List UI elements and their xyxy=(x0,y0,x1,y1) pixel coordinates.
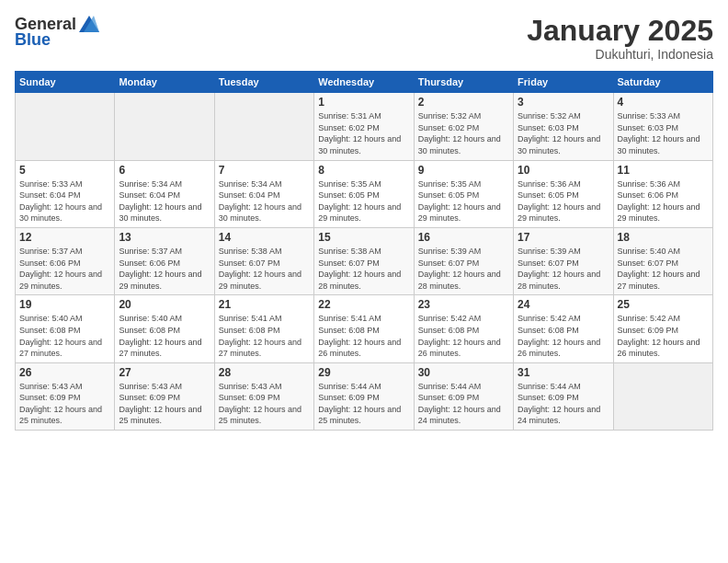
sunset-text: Sunset: 6:07 PM xyxy=(518,258,609,270)
day-info: Sunrise: 5:42 AMSunset: 6:09 PMDaylight:… xyxy=(618,313,709,359)
sunrise-text: Sunrise: 5:43 AM xyxy=(119,381,210,393)
daylight-text: Daylight: 12 hours and 26 minutes. xyxy=(618,337,709,360)
day-info: Sunrise: 5:42 AMSunset: 6:08 PMDaylight:… xyxy=(518,313,609,359)
sunrise-text: Sunrise: 5:44 AM xyxy=(418,381,509,393)
sunrise-text: Sunrise: 5:38 AM xyxy=(318,246,409,258)
day-number: 21 xyxy=(219,298,310,311)
sunset-text: Sunset: 6:09 PM xyxy=(618,325,709,337)
table-row: 31Sunrise: 5:44 AMSunset: 6:09 PMDayligh… xyxy=(514,362,613,430)
day-info: Sunrise: 5:36 AMSunset: 6:05 PMDaylight:… xyxy=(518,178,609,224)
sunrise-text: Sunrise: 5:35 AM xyxy=(418,178,509,190)
sunset-text: Sunset: 6:08 PM xyxy=(418,325,509,337)
day-number: 20 xyxy=(119,298,210,311)
header-monday: Monday xyxy=(115,72,214,93)
table-row: 23Sunrise: 5:42 AMSunset: 6:08 PMDayligh… xyxy=(414,295,513,362)
sunset-text: Sunset: 6:08 PM xyxy=(219,325,310,337)
day-number: 5 xyxy=(19,164,110,177)
sunset-text: Sunset: 6:08 PM xyxy=(318,325,409,337)
calendar-title: January 2025 xyxy=(527,15,713,47)
table-row: 26Sunrise: 5:43 AMSunset: 6:09 PMDayligh… xyxy=(16,362,115,430)
daylight-text: Daylight: 12 hours and 30 minutes. xyxy=(518,133,609,156)
sunset-text: Sunset: 6:05 PM xyxy=(318,190,409,201)
table-row: 18Sunrise: 5:40 AMSunset: 6:07 PMDayligh… xyxy=(613,227,712,294)
header-saturday: Saturday xyxy=(613,72,712,93)
daylight-text: Daylight: 12 hours and 30 minutes. xyxy=(318,133,409,156)
table-row: 28Sunrise: 5:43 AMSunset: 6:09 PMDayligh… xyxy=(214,362,313,430)
sunrise-text: Sunrise: 5:33 AM xyxy=(19,178,110,190)
sunrise-text: Sunrise: 5:42 AM xyxy=(618,313,709,325)
day-number: 27 xyxy=(119,366,210,379)
day-number: 11 xyxy=(618,164,709,177)
table-row: 9Sunrise: 5:35 AMSunset: 6:05 PMDaylight… xyxy=(414,160,513,227)
table-row: 11Sunrise: 5:36 AMSunset: 6:06 PMDayligh… xyxy=(613,160,712,227)
daylight-text: Daylight: 12 hours and 27 minutes. xyxy=(618,269,709,292)
table-row xyxy=(16,93,115,160)
header-tuesday: Tuesday xyxy=(214,72,313,93)
day-info: Sunrise: 5:39 AMSunset: 6:07 PMDaylight:… xyxy=(518,246,609,292)
day-info: Sunrise: 5:33 AMSunset: 6:03 PMDaylight:… xyxy=(618,110,709,156)
sunrise-text: Sunrise: 5:42 AM xyxy=(518,313,609,325)
daylight-text: Daylight: 12 hours and 29 minutes. xyxy=(119,269,210,292)
sunset-text: Sunset: 6:03 PM xyxy=(518,122,609,134)
title-block: January 2025 Dukuhturi, Indonesia xyxy=(527,15,713,62)
sunset-text: Sunset: 6:08 PM xyxy=(119,325,210,337)
day-number: 17 xyxy=(518,231,609,244)
sunrise-text: Sunrise: 5:44 AM xyxy=(518,381,609,393)
calendar-week-row: 5Sunrise: 5:33 AMSunset: 6:04 PMDaylight… xyxy=(16,160,713,227)
day-number: 29 xyxy=(318,366,409,379)
sunrise-text: Sunrise: 5:41 AM xyxy=(318,313,409,325)
sunset-text: Sunset: 6:06 PM xyxy=(618,190,709,201)
sunset-text: Sunset: 6:06 PM xyxy=(19,258,110,270)
sunset-text: Sunset: 6:04 PM xyxy=(219,190,310,201)
daylight-text: Daylight: 12 hours and 27 minutes. xyxy=(19,337,110,360)
calendar-subtitle: Dukuhturi, Indonesia xyxy=(527,47,713,62)
sunset-text: Sunset: 6:09 PM xyxy=(19,392,110,404)
sunset-text: Sunset: 6:09 PM xyxy=(119,392,210,404)
table-row: 13Sunrise: 5:37 AMSunset: 6:06 PMDayligh… xyxy=(115,227,214,294)
sunrise-text: Sunrise: 5:33 AM xyxy=(618,110,709,122)
sunset-text: Sunset: 6:04 PM xyxy=(119,190,210,201)
day-info: Sunrise: 5:44 AMSunset: 6:09 PMDaylight:… xyxy=(418,381,509,427)
table-row: 2Sunrise: 5:32 AMSunset: 6:02 PMDaylight… xyxy=(414,93,513,160)
day-info: Sunrise: 5:38 AMSunset: 6:07 PMDaylight:… xyxy=(318,246,409,292)
daylight-text: Daylight: 12 hours and 30 minutes. xyxy=(119,201,210,224)
day-info: Sunrise: 5:37 AMSunset: 6:06 PMDaylight:… xyxy=(19,246,110,292)
sunset-text: Sunset: 6:07 PM xyxy=(618,258,709,270)
daylight-text: Daylight: 12 hours and 25 minutes. xyxy=(219,404,310,427)
day-info: Sunrise: 5:41 AMSunset: 6:08 PMDaylight:… xyxy=(219,313,310,359)
sunset-text: Sunset: 6:04 PM xyxy=(19,190,110,201)
daylight-text: Daylight: 12 hours and 26 minutes. xyxy=(318,337,409,360)
day-number: 9 xyxy=(418,164,509,177)
day-info: Sunrise: 5:42 AMSunset: 6:08 PMDaylight:… xyxy=(418,313,509,359)
logo: General Blue xyxy=(15,15,99,50)
table-row: 25Sunrise: 5:42 AMSunset: 6:09 PMDayligh… xyxy=(613,295,712,362)
sunrise-text: Sunrise: 5:32 AM xyxy=(418,110,509,122)
table-row: 12Sunrise: 5:37 AMSunset: 6:06 PMDayligh… xyxy=(16,227,115,294)
day-number: 31 xyxy=(518,366,609,379)
daylight-text: Daylight: 12 hours and 30 minutes. xyxy=(418,133,509,156)
daylight-text: Daylight: 12 hours and 29 minutes. xyxy=(418,201,509,224)
day-info: Sunrise: 5:36 AMSunset: 6:06 PMDaylight:… xyxy=(618,178,709,224)
day-info: Sunrise: 5:38 AMSunset: 6:07 PMDaylight:… xyxy=(219,246,310,292)
day-number: 4 xyxy=(618,96,709,109)
day-number: 1 xyxy=(318,96,409,109)
calendar-week-row: 19Sunrise: 5:40 AMSunset: 6:08 PMDayligh… xyxy=(16,295,713,362)
sunrise-text: Sunrise: 5:39 AM xyxy=(518,246,609,258)
table-row: 21Sunrise: 5:41 AMSunset: 6:08 PMDayligh… xyxy=(214,295,313,362)
day-number: 2 xyxy=(418,96,509,109)
table-row: 27Sunrise: 5:43 AMSunset: 6:09 PMDayligh… xyxy=(115,362,214,430)
day-number: 19 xyxy=(19,298,110,311)
day-number: 6 xyxy=(119,164,210,177)
daylight-text: Daylight: 12 hours and 26 minutes. xyxy=(518,337,609,360)
sunrise-text: Sunrise: 5:37 AM xyxy=(19,246,110,258)
day-number: 12 xyxy=(19,231,110,244)
table-row xyxy=(613,362,712,430)
table-row: 3Sunrise: 5:32 AMSunset: 6:03 PMDaylight… xyxy=(514,93,613,160)
day-info: Sunrise: 5:34 AMSunset: 6:04 PMDaylight:… xyxy=(119,178,210,224)
sunset-text: Sunset: 6:02 PM xyxy=(318,122,409,134)
day-number: 7 xyxy=(219,164,310,177)
daylight-text: Daylight: 12 hours and 24 minutes. xyxy=(418,404,509,427)
daylight-text: Daylight: 12 hours and 30 minutes. xyxy=(219,201,310,224)
sunrise-text: Sunrise: 5:43 AM xyxy=(219,381,310,393)
daylight-text: Daylight: 12 hours and 29 minutes. xyxy=(19,269,110,292)
